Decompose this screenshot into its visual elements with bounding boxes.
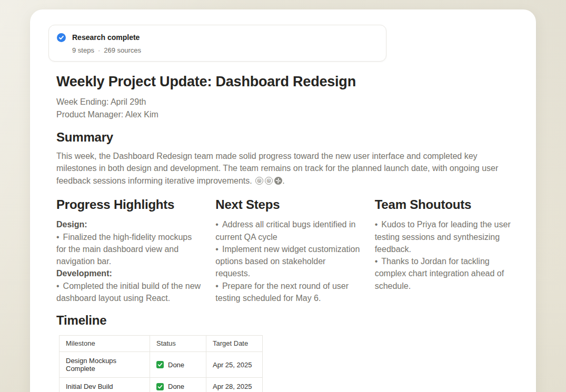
- column-header-milestone: Milestone: [59, 336, 150, 352]
- date-cell: Apr 28, 2025: [206, 378, 263, 392]
- sentence-period: .: [282, 176, 284, 185]
- summary-paragraph: This week, the Dashboard Redesign team m…: [56, 150, 499, 187]
- bullet-marker: •: [215, 245, 219, 254]
- bullet-marker: •: [215, 220, 219, 229]
- research-status-card[interactable]: Research complete 9 steps·269 sources: [48, 25, 386, 62]
- date-cell: Apr 25, 2025: [206, 352, 263, 378]
- bullet-item: •Completed the initial build of the new …: [56, 280, 202, 305]
- bullet-item: •Thanks to Jordan for tackling complex c…: [375, 255, 520, 292]
- doc-meta-line-manager: Product Manager: Alex Kim: [56, 108, 520, 121]
- milestone-cell: Initial Dev Build: [59, 378, 150, 392]
- bullet-item: •Implement new widget customization opti…: [215, 243, 361, 280]
- notion-citation-icon[interactable]: N: [265, 176, 273, 184]
- done-check-icon: [156, 361, 164, 368]
- notion-citation-icon[interactable]: N: [255, 176, 263, 184]
- bullet-marker: •: [375, 257, 378, 266]
- section-heading-summary: Summary: [56, 129, 520, 145]
- bullet-marker: •: [56, 233, 59, 242]
- steps-count: 9 steps: [72, 46, 94, 54]
- section-heading-next-steps: Next Steps: [215, 197, 361, 213]
- column-team-shoutouts: Team Shoutouts •Kudos to Priya for leadi…: [375, 197, 520, 304]
- document-card: Research complete 9 steps·269 sources We…: [30, 9, 536, 392]
- status-cell: Done: [150, 352, 206, 378]
- dot-separator: ·: [98, 46, 100, 54]
- doc-meta: Week Ending: April 29th Product Manager:…: [56, 96, 520, 120]
- bullet-item: •Prepare for the next round of user test…: [215, 280, 361, 305]
- table-row: Initial Dev Build Done Apr 28, 2025: [59, 378, 263, 392]
- column-progress-highlights: Progress Highlights Design: •Finalized t…: [56, 197, 202, 304]
- research-meta: 9 steps·269 sources: [72, 46, 141, 55]
- bullet-marker: •: [375, 220, 378, 229]
- done-check-icon: [156, 383, 164, 390]
- three-column-section: Progress Highlights Design: •Finalized t…: [56, 197, 520, 304]
- bullet-marker: •: [215, 282, 219, 290]
- research-status-label: Research complete: [72, 33, 141, 42]
- timeline-section: Timeline Milestone Status Target Date De…: [56, 313, 520, 392]
- label-design: Design:: [56, 218, 202, 230]
- page-title: Weekly Project Update: Dashboard Redesig…: [56, 74, 520, 90]
- section-heading-progress-highlights: Progress Highlights: [56, 197, 202, 213]
- bullet-marker: •: [56, 282, 59, 290]
- column-header-target-date: Target Date: [206, 336, 263, 352]
- milestone-cell: Design Mockups Complete: [59, 352, 150, 378]
- doc-meta-line-week: Week Ending: April 29th: [56, 96, 520, 108]
- status-cell: Done: [150, 378, 206, 392]
- section-heading-team-shoutouts: Team Shoutouts: [375, 197, 520, 213]
- column-header-status: Status: [150, 336, 206, 352]
- svg-text:N: N: [259, 179, 261, 182]
- bullet-item: •Finalized the high-fidelity mockups for…: [56, 231, 202, 268]
- timeline-table: Milestone Status Target Date Design Mock…: [59, 335, 263, 392]
- svg-text:N: N: [268, 179, 270, 182]
- table-header-row: Milestone Status Target Date: [59, 336, 263, 352]
- sources-count: 269 sources: [104, 46, 141, 54]
- section-heading-timeline: Timeline: [56, 313, 520, 328]
- bullet-item: •Kudos to Priya for leading the user tes…: [375, 218, 520, 255]
- table-row: Design Mockups Complete Done Apr 25, 202…: [59, 352, 263, 378]
- column-next-steps: Next Steps •Address all critical bugs id…: [215, 197, 361, 304]
- citation-badges: NN: [255, 176, 282, 184]
- bullet-item: •Address all critical bugs identified in…: [215, 218, 361, 243]
- research-complete-check-icon: [57, 33, 66, 42]
- label-development: Development:: [56, 267, 202, 279]
- slack-citation-icon[interactable]: [274, 176, 282, 184]
